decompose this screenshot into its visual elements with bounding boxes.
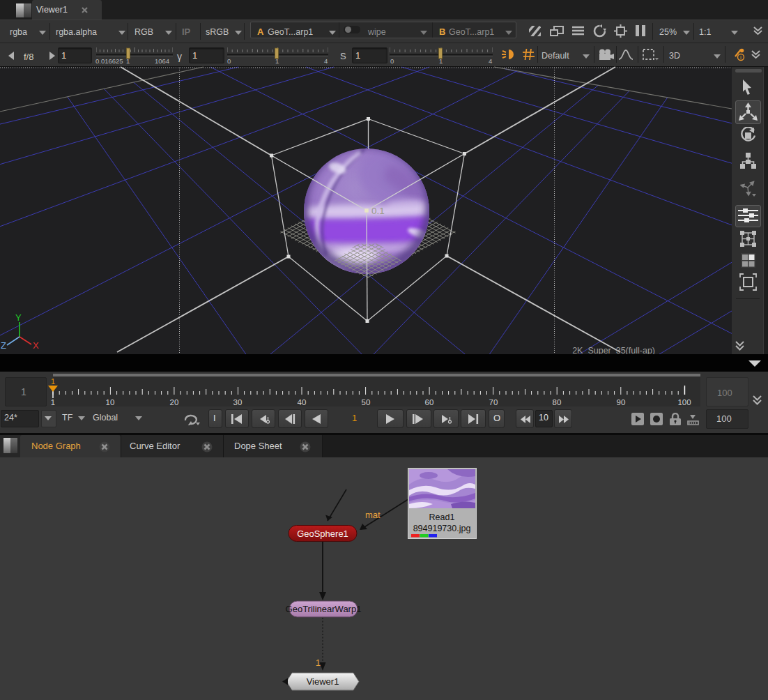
svg-text:1: 1 (362, 262, 367, 273)
svg-text:40: 40 (298, 398, 307, 406)
svg-text:30: 30 (233, 398, 243, 406)
svg-text:20: 20 (170, 398, 179, 406)
svg-text:70: 70 (489, 398, 498, 406)
svg-text:Z: Z (1, 340, 6, 351)
svg-text:Read1: Read1 (429, 512, 455, 522)
svg-text:1: 1 (316, 657, 321, 668)
svg-text:10: 10 (106, 398, 115, 406)
svg-text:50: 50 (362, 398, 371, 406)
svg-text:GeoSphere1: GeoSphere1 (297, 528, 348, 539)
svg-text:894919730.jpg: 894919730.jpg (413, 524, 471, 533)
svg-text:0.1: 0.1 (371, 206, 385, 216)
svg-text:Y: Y (15, 312, 22, 323)
svg-text:GeoTrilinearWarp1: GeoTrilinearWarp1 (286, 604, 362, 614)
svg-text:60: 60 (425, 398, 434, 406)
svg-text:X: X (33, 340, 39, 351)
svg-text:Viewer1: Viewer1 (307, 676, 339, 687)
svg-text:1: 1 (51, 398, 55, 406)
svg-text:1: 1 (51, 377, 55, 386)
svg-text:90: 90 (617, 398, 626, 406)
svg-text:80: 80 (553, 398, 562, 406)
svg-text:100: 100 (677, 398, 691, 406)
svg-text:mat: mat (365, 510, 381, 520)
